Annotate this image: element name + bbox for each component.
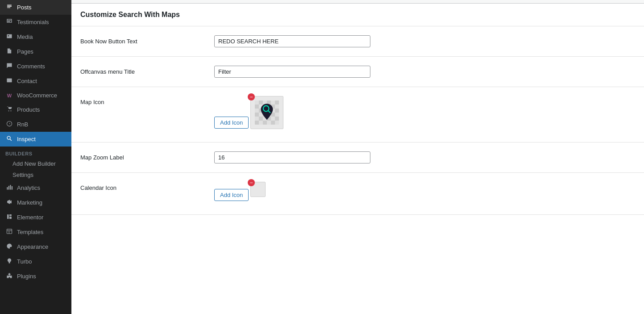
main-content: Customize Search With Maps Book Now Butt… <box>71 0 644 314</box>
sidebar-item-label: Contact <box>17 78 37 84</box>
map-zoom-label: Map Zoom Label <box>80 151 205 161</box>
book-now-label: Book Now Button Text <box>80 35 205 45</box>
map-zoom-field <box>214 151 635 163</box>
woocommerce-icon: W <box>5 93 13 98</box>
offcanvas-row: Offcanvas menu Title <box>71 57 644 87</box>
inspect-icon <box>5 135 13 143</box>
svg-rect-27 <box>275 100 279 105</box>
templates-icon <box>5 228 13 236</box>
sidebar-item-appearance[interactable]: Appearance <box>0 239 71 254</box>
svg-rect-57 <box>275 121 279 125</box>
contact-icon <box>5 77 13 85</box>
sidebar-item-label: Plugins <box>17 273 36 280</box>
calendar-icon-field: Add Icon − <box>214 182 635 205</box>
sidebar-settings[interactable]: Settings <box>0 169 71 180</box>
svg-point-4 <box>10 110 11 111</box>
calendar-icon-add-button[interactable]: Add Icon <box>214 189 249 201</box>
sidebar-item-label: Turbo <box>17 258 32 265</box>
book-now-row: Book Now Button Text <box>71 26 644 57</box>
sidebar-item-woocommerce[interactable]: W WooCommerce <box>0 88 71 102</box>
svg-rect-46 <box>255 117 259 121</box>
svg-point-6 <box>7 136 10 139</box>
sidebar-item-label: Appearance <box>17 243 48 250</box>
map-icon-svg <box>255 100 279 125</box>
svg-rect-8 <box>7 187 8 190</box>
sidebar-item-products[interactable]: Products <box>0 102 71 117</box>
sidebar-item-templates[interactable]: Templates <box>0 225 71 239</box>
svg-rect-52 <box>255 121 259 125</box>
sidebar-item-label: Elementor <box>17 214 43 221</box>
svg-rect-23 <box>259 100 263 105</box>
map-icon-add-button[interactable]: Add Icon <box>214 117 249 129</box>
sidebar-item-label: WooCommerce <box>17 92 57 99</box>
svg-point-3 <box>8 110 9 111</box>
map-icon-remove[interactable]: − <box>248 93 255 100</box>
pages-icon <box>5 48 13 55</box>
svg-rect-51 <box>275 117 279 121</box>
calendar-icon-remove[interactable]: − <box>248 179 255 186</box>
svg-rect-33 <box>275 105 279 109</box>
svg-rect-54 <box>263 121 267 125</box>
svg-rect-11 <box>12 186 12 190</box>
calendar-icon-container: − <box>250 182 266 197</box>
sidebar-item-label: Pages <box>17 48 33 55</box>
svg-rect-39 <box>275 109 279 113</box>
svg-rect-22 <box>255 100 259 105</box>
svg-rect-10 <box>10 185 11 190</box>
builders-section-label: Builders <box>0 147 71 158</box>
sidebar-add-new-builder[interactable]: Add New Builder <box>0 158 71 169</box>
elementor-icon <box>5 214 13 221</box>
marketing-icon <box>5 199 13 206</box>
media-icon <box>5 33 13 41</box>
sidebar-item-label: Media <box>17 33 33 40</box>
book-now-field <box>214 35 635 47</box>
calendar-icon-row: Calendar Icon Add Icon − <box>71 173 644 215</box>
svg-point-1 <box>8 35 9 37</box>
svg-rect-13 <box>9 214 12 216</box>
comments-icon <box>5 63 13 70</box>
svg-rect-56 <box>271 121 275 125</box>
sidebar-item-plugins[interactable]: Plugins <box>0 269 71 284</box>
products-icon <box>5 106 13 113</box>
map-icon-field: Add Icon − <box>214 96 635 133</box>
sidebar-item-label: Testimonials <box>17 19 49 25</box>
svg-rect-53 <box>259 121 263 125</box>
sidebar-item-label: Products <box>17 106 40 113</box>
svg-point-19 <box>9 244 10 245</box>
svg-point-20 <box>10 245 11 246</box>
book-now-input[interactable] <box>214 35 370 47</box>
sidebar-item-posts[interactable]: Posts <box>0 0 71 15</box>
map-icon-container: − <box>250 96 283 129</box>
top-bar <box>71 0 644 4</box>
offcanvas-field <box>214 66 635 78</box>
appearance-icon <box>5 243 13 251</box>
sidebar: Posts Testimonials Media Pages Comments … <box>0 0 71 314</box>
offcanvas-input[interactable] <box>214 66 370 78</box>
testimonials-icon <box>5 18 13 26</box>
sidebar-item-label: Comments <box>17 63 45 70</box>
sidebar-item-marketing[interactable]: Marketing <box>0 195 71 210</box>
sidebar-item-rnb[interactable]: RnB <box>0 117 71 132</box>
map-icon-preview <box>250 96 283 129</box>
map-icon-label: Map Icon <box>80 96 205 105</box>
map-icon-row: Map Icon Add Icon − <box>71 87 644 142</box>
svg-rect-40 <box>255 113 259 117</box>
map-zoom-input[interactable] <box>214 151 370 163</box>
svg-rect-45 <box>275 113 279 117</box>
svg-rect-47 <box>259 117 263 121</box>
svg-line-7 <box>10 139 12 141</box>
turbo-icon <box>5 258 13 265</box>
sidebar-item-label: Posts <box>17 4 32 11</box>
svg-rect-55 <box>267 121 271 125</box>
sidebar-item-testimonials[interactable]: Testimonials <box>0 15 71 29</box>
sidebar-item-contact[interactable]: Contact <box>0 74 71 88</box>
sidebar-item-media[interactable]: Media <box>0 29 71 44</box>
sidebar-item-comments[interactable]: Comments <box>0 59 71 74</box>
sidebar-item-label: Marketing <box>17 199 42 206</box>
sidebar-item-pages[interactable]: Pages <box>0 44 71 59</box>
sidebar-item-turbo[interactable]: Turbo <box>0 254 71 269</box>
calendar-icon-label: Calendar Icon <box>80 182 205 191</box>
sidebar-item-inspect[interactable]: Inspect <box>0 132 71 147</box>
sidebar-item-elementor[interactable]: Elementor <box>0 210 71 225</box>
sidebar-item-analytics[interactable]: Analytics <box>0 180 71 195</box>
